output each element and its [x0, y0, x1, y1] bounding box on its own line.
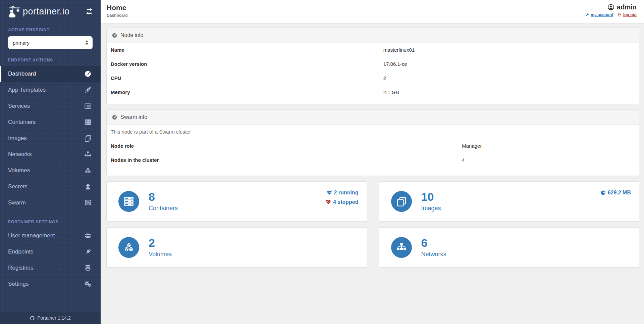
- breadcrumb[interactable]: Dashboard: [107, 13, 128, 18]
- networks-label: Networks: [421, 251, 446, 258]
- node-info-panel: Node info Namemasterlinux01 Docker versi…: [107, 28, 639, 104]
- swarm-cluster-note: This node is part of a Swarm cluster: [107, 125, 639, 139]
- sidebar-item-images[interactable]: Images: [0, 130, 101, 146]
- tachometer-icon: [112, 114, 117, 120]
- networks-count: 6: [421, 237, 446, 248]
- table-row: Namemasterlinux01: [107, 43, 639, 57]
- database-icon: [84, 264, 92, 272]
- sidebar-footer-link[interactable]: Portainer 1.14.2: [0, 312, 101, 324]
- sidebar-toggle-button[interactable]: [85, 7, 93, 15]
- endpoint-select-value: primary: [13, 40, 30, 46]
- node-info-title: Node info: [120, 32, 144, 38]
- volumes-label: Volumes: [149, 251, 172, 258]
- sidebar-item-endpoints[interactable]: Endpoints: [0, 244, 101, 260]
- swarm-info-panel: Swarm info This node is part of a Swarm …: [107, 110, 639, 176]
- wrench-icon: [585, 13, 589, 17]
- endpoint-actions-label: ENDPOINT ACTIONS: [0, 58, 101, 62]
- portainer-app: portainer.io ACTIVE ENDPOINT primary END…: [0, 0, 644, 324]
- heartbeat-icon: [327, 190, 332, 195]
- images-tile[interactable]: 10 Images 629.2 MB: [379, 182, 639, 221]
- sidebar-item-secrets[interactable]: Secrets: [0, 179, 101, 195]
- images-label: Images: [421, 205, 441, 212]
- containers-label: Containers: [149, 205, 178, 212]
- settings-menu: User management Endpoints Registries Set…: [0, 228, 101, 292]
- cubes-icon: [118, 237, 139, 258]
- tachometer-icon: [112, 33, 117, 38]
- select-arrows-icon: [85, 40, 89, 45]
- endpoint-select[interactable]: primary: [8, 36, 93, 49]
- sidebar-item-dashboard[interactable]: Dashboard: [0, 66, 101, 82]
- plug-icon: [84, 248, 92, 256]
- github-icon: [30, 316, 35, 321]
- table-row: Node roleManager: [107, 139, 639, 153]
- swarm-info-header: Swarm info: [107, 110, 639, 125]
- list-alt-icon: [84, 102, 92, 110]
- my-account-link[interactable]: my account: [585, 12, 613, 17]
- cubes-icon: [84, 167, 92, 175]
- server-icon: [84, 118, 92, 126]
- cogs-icon: [84, 280, 92, 288]
- page-title: Home: [107, 3, 128, 12]
- username: admin: [617, 3, 637, 11]
- sidebar: portainer.io ACTIVE ENDPOINT primary END…: [0, 0, 101, 324]
- table-row: CPU2: [107, 71, 639, 85]
- main-content: Home Dashboard admin my account: [101, 0, 644, 324]
- pie-chart-icon: [600, 190, 606, 195]
- user-secret-icon: [84, 183, 92, 191]
- dashboard-tiles: 8 Containers 2 running: [107, 182, 639, 274]
- sidebar-item-volumes[interactable]: Volumes: [0, 163, 101, 179]
- object-group-icon: [84, 199, 92, 207]
- portainer-logo[interactable]: portainer.io: [8, 5, 70, 18]
- images-count: 10: [421, 191, 441, 202]
- heartbeat-icon: [326, 199, 331, 205]
- users-icon: [84, 232, 92, 240]
- active-endpoint-label: ACTIVE ENDPOINT: [0, 28, 101, 32]
- containers-running: 2 running: [326, 188, 359, 197]
- containers-tile[interactable]: 8 Containers 2 running: [107, 182, 367, 221]
- volumes-count: 2: [149, 237, 172, 248]
- rocket-icon: [84, 86, 92, 94]
- containers-stopped: 4 stopped: [326, 197, 359, 207]
- portainer-settings-label: PORTAINER SETTINGS: [0, 220, 101, 224]
- table-row: Docker version17.06.1-ce: [107, 57, 639, 71]
- logo-text: portainer.io: [23, 6, 70, 17]
- clone-icon: [84, 134, 92, 142]
- page-header: Home Dashboard admin my account: [101, 0, 644, 24]
- images-size: 629.2 MB: [600, 188, 631, 197]
- user-box: admin my account log out: [585, 3, 637, 23]
- sidebar-item-user-management[interactable]: User management: [0, 228, 101, 244]
- sidebar-item-services[interactable]: Services: [0, 98, 101, 114]
- footer-version-text: Portainer 1.14.2: [37, 315, 71, 321]
- sidebar-item-registries[interactable]: Registries: [0, 260, 101, 276]
- sidebar-item-swarm[interactable]: Swarm: [0, 195, 101, 211]
- crane-logo-icon: [8, 5, 21, 18]
- sidebar-item-containers[interactable]: Containers: [0, 114, 101, 130]
- endpoint-menu: Dashboard App Templates Services Contain…: [0, 66, 101, 211]
- user-circle-icon: [607, 4, 614, 11]
- volumes-tile[interactable]: 2 Volumes: [107, 228, 367, 267]
- swarm-info-title: Swarm info: [120, 114, 147, 120]
- sitemap-icon: [84, 150, 92, 158]
- sitemap-icon: [391, 237, 412, 258]
- dashboard-content: Node info Namemasterlinux01 Docker versi…: [101, 24, 644, 274]
- server-icon: [118, 191, 139, 212]
- tachometer-icon: [84, 70, 92, 78]
- networks-tile[interactable]: 6 Networks: [379, 228, 639, 267]
- sidebar-item-settings[interactable]: Settings: [0, 276, 101, 292]
- clone-icon: [391, 191, 412, 212]
- table-row: Nodes in the cluster4: [107, 153, 639, 167]
- sidebar-item-networks[interactable]: Networks: [0, 146, 101, 163]
- node-info-header: Node info: [107, 28, 639, 43]
- sidebar-header: portainer.io: [0, 0, 101, 23]
- sign-out-icon: [618, 13, 622, 17]
- exchange-icon: [85, 7, 93, 15]
- logout-link[interactable]: log out: [618, 12, 637, 17]
- sidebar-item-app-templates[interactable]: App Templates: [0, 82, 101, 98]
- containers-count: 8: [149, 191, 178, 202]
- table-row: Memory2.1 GB: [107, 85, 639, 99]
